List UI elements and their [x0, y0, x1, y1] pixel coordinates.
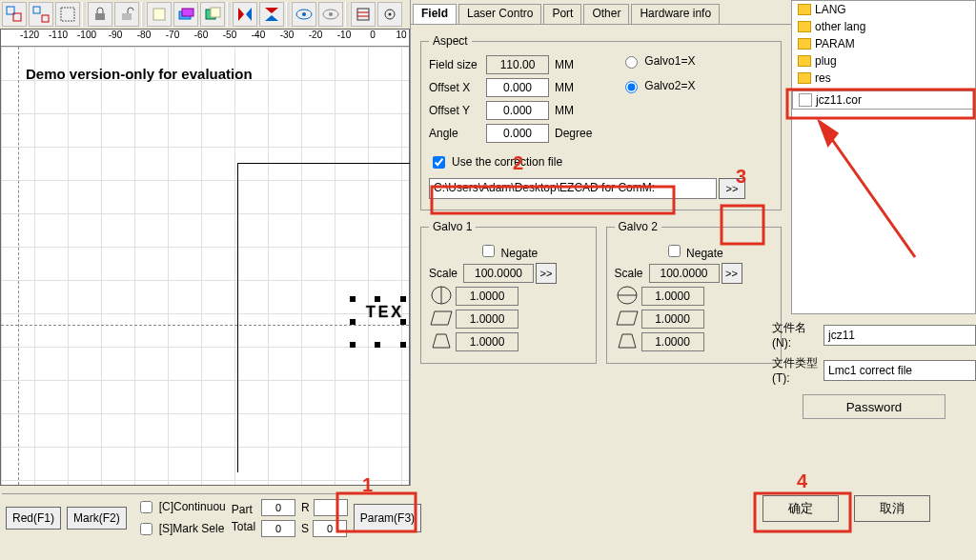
barrel-icon: [615, 285, 641, 308]
g2-scale[interactable]: [649, 264, 720, 283]
svg-marker-30: [619, 334, 636, 348]
svg-marker-15: [265, 15, 278, 21]
g1-p3[interactable]: [456, 332, 518, 351]
tab-laser[interactable]: Laser Contro: [458, 4, 541, 24]
svg-rect-9: [182, 9, 193, 16]
svg-marker-13: [246, 8, 252, 21]
folder-item[interactable]: other lang: [792, 18, 975, 35]
svg-rect-20: [357, 9, 369, 20]
file-item[interactable]: jcz11.cor: [792, 90, 975, 110]
g1-p1[interactable]: [456, 287, 518, 306]
tool-fliph-icon[interactable]: [233, 2, 257, 27]
tab-other[interactable]: Other: [583, 4, 629, 24]
g2-p1[interactable]: [641, 287, 704, 306]
bottom-bar: Red(F1) Mark(F2) [C]Continuou [S]Mark Se…: [2, 493, 412, 541]
filename-input[interactable]: [824, 325, 976, 346]
r-val[interactable]: [314, 499, 348, 516]
s-val[interactable]: [313, 520, 347, 537]
g1-scale[interactable]: [463, 264, 534, 283]
tool-script-icon[interactable]: [147, 2, 172, 27]
use-correction-checkbox[interactable]: Use the correction file: [429, 153, 562, 171]
g2-scale-btn[interactable]: >>: [722, 263, 742, 284]
annotation-4: 4: [797, 470, 808, 491]
tool-hatch-icon[interactable]: [351, 2, 376, 27]
tool-ungroup-icon[interactable]: [29, 2, 53, 27]
folder-item[interactable]: plug: [792, 52, 975, 70]
mark-button[interactable]: Mark(F2): [67, 507, 127, 530]
config-dialog: Field Laser Contro Port Other Hardware i…: [410, 0, 791, 486]
tool-lock-icon[interactable]: [88, 2, 112, 27]
para-icon: [429, 308, 456, 330]
folder-item[interactable]: PARAM: [792, 35, 975, 52]
file-list[interactable]: LANG other lang PARAM plug res jcz11.cor: [791, 0, 976, 314]
svg-marker-14: [265, 8, 278, 13]
password-button[interactable]: Password: [803, 394, 946, 419]
tool-group-icon[interactable]: [2, 2, 27, 27]
filetype-input[interactable]: [824, 360, 976, 381]
svg-rect-3: [42, 15, 49, 22]
tool-unlock-icon[interactable]: [114, 2, 139, 27]
para-icon: [615, 308, 641, 330]
red-button[interactable]: Red(F1): [6, 507, 61, 530]
galvo1x-radio[interactable]: Galvo1=X: [620, 53, 695, 69]
part-count[interactable]: [261, 499, 295, 516]
svg-rect-6: [122, 13, 132, 20]
g1-scale-btn[interactable]: >>: [536, 263, 557, 284]
galvo2x-radio[interactable]: Galvo2=X: [620, 78, 695, 93]
tool-eye-icon[interactable]: [292, 2, 316, 27]
svg-marker-25: [431, 311, 452, 325]
tab-field[interactable]: Field: [413, 4, 457, 24]
total-count[interactable]: [261, 520, 295, 537]
g1-p2[interactable]: [456, 310, 518, 329]
ruler-horizontal: -120 -110 -100 -90 -80 -70 -60 -50 -40 -…: [1, 30, 409, 47]
tool-layers2-icon[interactable]: [200, 2, 225, 27]
trap-icon: [615, 330, 641, 353]
mark-select-checkbox[interactable]: [S]Mark Sele: [136, 520, 226, 538]
g2-p3[interactable]: [641, 332, 704, 351]
field-size-input[interactable]: [486, 55, 549, 74]
continuous-checkbox[interactable]: [C]Continuou: [136, 498, 226, 516]
correction-path-field[interactable]: C:\Users\Adam\Desktop\EZCAD for ComM:: [429, 178, 717, 199]
svg-rect-11: [211, 8, 220, 17]
aspect-group: Aspect Field size MM Offset X MM Offset …: [420, 34, 782, 210]
svg-point-17: [302, 12, 306, 16]
param-button[interactable]: Param(F3): [354, 504, 421, 532]
config-tabs: Field Laser Contro Port Other Hardware i…: [411, 4, 791, 25]
barrel-icon: [429, 285, 456, 308]
ok-button[interactable]: 确定: [762, 495, 839, 522]
demo-watermark: Demo version-only for evaluation: [26, 66, 253, 82]
svg-marker-12: [238, 8, 244, 21]
tab-port[interactable]: Port: [543, 4, 581, 24]
folder-item[interactable]: LANG: [792, 1, 975, 18]
tool-dot-icon[interactable]: [377, 2, 402, 27]
tool-flipv-icon[interactable]: [259, 2, 284, 27]
cancel-button[interactable]: 取消: [854, 495, 930, 522]
svg-point-22: [389, 13, 392, 16]
svg-marker-29: [617, 311, 638, 325]
folder-item[interactable]: res: [792, 70, 975, 87]
tool-layers-icon[interactable]: [173, 2, 198, 27]
galvo1-group: Galvo 1 Negate Scale>>: [420, 220, 597, 364]
text-object[interactable]: TEX: [366, 304, 404, 321]
browse-button[interactable]: >>: [719, 178, 745, 199]
offset-x-input[interactable]: [486, 78, 549, 97]
g1-negate[interactable]: Negate: [478, 242, 538, 260]
offset-y-input[interactable]: [486, 101, 549, 120]
angle-input[interactable]: [486, 124, 549, 143]
svg-rect-4: [61, 8, 74, 21]
main-toolbar: [2, 0, 402, 29]
svg-rect-2: [33, 7, 40, 13]
file-fields: 文件名(N): 文件类型(T): Password: [772, 314, 976, 429]
svg-marker-26: [433, 334, 450, 348]
svg-rect-5: [95, 13, 105, 20]
drawing-canvas[interactable]: -120 -110 -100 -90 -80 -70 -60 -50 -40 -…: [0, 29, 410, 486]
svg-point-19: [329, 12, 333, 16]
trap-icon: [429, 330, 456, 353]
tool-select-icon[interactable]: [55, 2, 80, 27]
tab-hardware[interactable]: Hardware info: [631, 4, 720, 24]
tool-eye2-icon[interactable]: [318, 2, 343, 27]
svg-rect-7: [153, 9, 165, 20]
g2-negate[interactable]: Negate: [664, 242, 723, 260]
g2-p2[interactable]: [641, 310, 704, 329]
galvo2-group: Galvo 2 Negate Scale>>: [606, 220, 783, 364]
